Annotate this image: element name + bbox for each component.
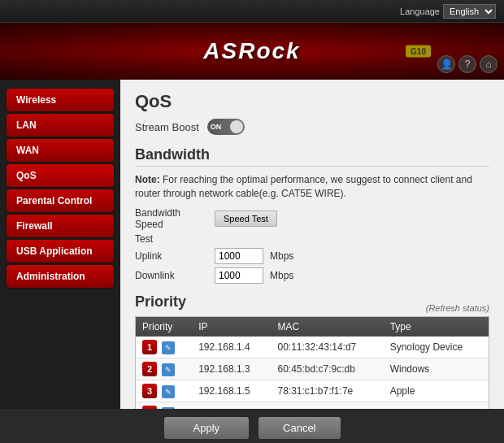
toggle-text: ON — [211, 123, 222, 131]
sidebar: Wireless LAN WAN QoS Parental Control Fi… — [0, 80, 120, 409]
col-priority: Priority — [136, 316, 193, 337]
priority-section-title: Priority — [135, 293, 186, 313]
cell-type-2: Windows — [384, 358, 489, 380]
cell-type-3: Apple — [384, 380, 489, 402]
cell-ip-2: 192.168.1.3 — [192, 358, 271, 380]
bandwidth-speed-row: Bandwidth Speed Speed Test — [135, 207, 489, 230]
sidebar-item-usb-application[interactable]: USB Application — [7, 240, 114, 263]
cell-priority-4: 4 ✎ — [136, 402, 193, 409]
priority-edit-btn-2[interactable]: ✎ — [162, 363, 175, 376]
top-bar: Language English — [0, 0, 504, 23]
test-row: Test — [135, 233, 489, 245]
downlink-row: Downlink Mbps — [135, 267, 489, 284]
col-ip: IP — [192, 316, 271, 337]
priority-num-1: 1 — [142, 340, 157, 354]
note-box: Note: For reaching the optimal performan… — [135, 173, 489, 201]
stream-boost-toggle[interactable]: ON — [207, 119, 245, 135]
downlink-input[interactable] — [215, 267, 263, 284]
table-row: 4 ✎ 192.168.1.6 c4:d6:55:41:17:a2 Linux — [136, 402, 489, 409]
cancel-button[interactable]: Cancel — [259, 417, 340, 439]
user-icon[interactable]: 👤 — [437, 55, 455, 73]
sidebar-item-firewall[interactable]: Firewall — [7, 215, 114, 237]
cell-ip-1: 192.168.1.4 — [192, 337, 271, 358]
sidebar-item-qos[interactable]: QoS — [7, 164, 114, 187]
sidebar-item-administration[interactable]: Administration — [7, 265, 114, 288]
model-label: G10 — [406, 46, 431, 58]
downlink-unit: Mbps — [270, 270, 293, 281]
page-title: QoS — [135, 91, 489, 112]
bandwidth-section-title: Bandwidth — [135, 146, 489, 167]
priority-edit-btn-4[interactable]: ✎ — [162, 407, 175, 409]
priority-edit-btn-3[interactable]: ✎ — [162, 385, 175, 398]
toggle-knob — [230, 120, 243, 133]
language-dropdown[interactable]: English — [443, 4, 496, 19]
note-text: For reaching the optimal performance, we… — [135, 174, 472, 199]
downlink-label: Downlink — [135, 270, 208, 281]
table-header-row: Priority IP MAC Type — [136, 316, 489, 337]
priority-section: Priority (Refresh status) Priority IP MA… — [135, 293, 489, 409]
main-layout: Wireless LAN WAN QoS Parental Control Fi… — [0, 80, 504, 409]
cell-mac-4: c4:d6:55:41:17:a2 — [271, 402, 383, 409]
stream-boost-label: Stream Boost — [135, 121, 199, 133]
stream-boost-row: Stream Boost ON — [135, 119, 489, 135]
table-row: 1 ✎ 192.168.1.4 00:11:32:43:14:d7 Synolo… — [136, 337, 489, 358]
uplink-row: Uplink Mbps — [135, 248, 489, 264]
uplink-label: Uplink — [135, 250, 208, 262]
priority-num-2: 2 — [142, 362, 157, 376]
button-bar: Apply Cancel — [0, 409, 504, 443]
table-row: 3 ✎ 192.168.1.5 78:31:c1:b7:f1:7e Apple — [136, 380, 489, 402]
col-mac: MAC — [271, 316, 383, 337]
content-area: QoS Stream Boost ON Bandwidth Note: For … — [120, 80, 504, 409]
test-label: Test — [135, 233, 208, 245]
question-icon[interactable]: ? — [458, 55, 476, 73]
cell-mac-3: 78:31:c1:b7:f1:7e — [271, 380, 383, 402]
cell-ip-4: 192.168.1.6 — [192, 402, 271, 409]
brand-logo: ASRock — [203, 38, 300, 64]
speed-test-button[interactable]: Speed Test — [215, 211, 277, 227]
table-row: 2 ✎ 192.168.1.3 60:45:bd:c7:9c:db Window… — [136, 358, 489, 380]
language-label: Language — [400, 7, 440, 16]
cell-mac-1: 00:11:32:43:14:d7 — [271, 337, 383, 358]
priority-num-4: 4 — [142, 406, 157, 409]
home-icon[interactable]: ⌂ — [480, 55, 497, 73]
language-selector[interactable]: Language English — [400, 4, 496, 19]
cell-mac-2: 60:45:bd:c7:9c:db — [271, 358, 383, 380]
cell-priority-2: 2 ✎ — [136, 358, 193, 380]
router-header: ASRock G10 👤 ? ⌂ — [0, 23, 504, 80]
note-label: Note: — [135, 174, 160, 185]
sidebar-item-wan[interactable]: WAN — [7, 139, 114, 162]
priority-header: Priority (Refresh status) — [135, 293, 489, 313]
apply-button[interactable]: Apply — [164, 417, 250, 439]
sidebar-item-parental-control[interactable]: Parental Control — [7, 189, 114, 212]
cell-type-4: Linux — [384, 402, 489, 409]
header-icons: 👤 ? ⌂ — [437, 55, 497, 73]
cell-priority-3: 3 ✎ — [136, 380, 193, 402]
sidebar-item-wireless[interactable]: Wireless — [7, 89, 114, 111]
uplink-unit: Mbps — [270, 250, 293, 262]
cell-type-1: Synology Device — [384, 337, 489, 358]
sidebar-item-lan[interactable]: LAN — [7, 114, 114, 137]
priority-table: Priority IP MAC Type 1 ✎ 192.168.1.4 00:… — [135, 316, 489, 409]
uplink-input[interactable] — [215, 248, 263, 264]
cell-priority-1: 1 ✎ — [136, 337, 193, 358]
bandwidth-speed-label: Bandwidth Speed — [135, 207, 208, 230]
refresh-status[interactable]: (Refresh status) — [426, 303, 489, 313]
priority-edit-btn-1[interactable]: ✎ — [162, 341, 175, 354]
col-type: Type — [384, 316, 489, 337]
priority-num-3: 3 — [142, 384, 157, 398]
cell-ip-3: 192.168.1.5 — [192, 380, 271, 402]
